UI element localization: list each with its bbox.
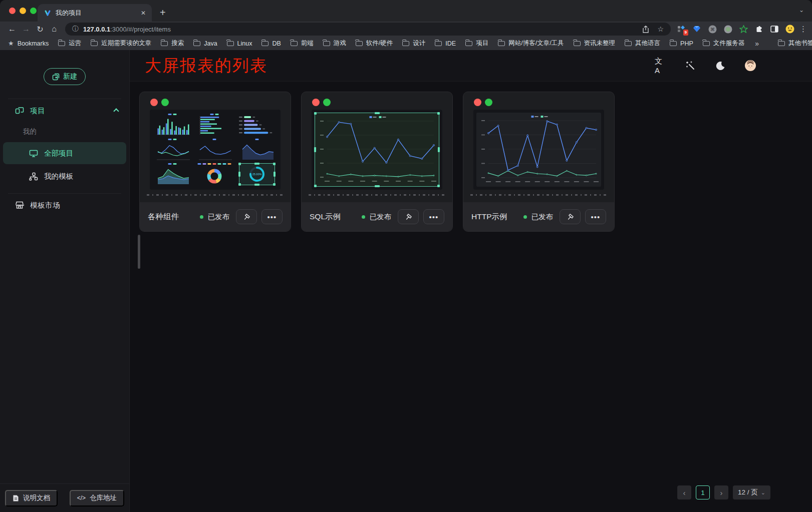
chart-panel — [476, 113, 601, 187]
side-panel-icon[interactable] — [770, 25, 779, 34]
bookmark-folder[interactable]: DB — [261, 39, 281, 48]
bookmark-star-icon[interactable]: ☆ — [657, 25, 664, 33]
sidebar-item-my-templates[interactable]: 我的模板 — [3, 165, 126, 187]
more-icon: ••• — [429, 213, 439, 221]
tab-close-icon[interactable]: ✕ — [141, 10, 146, 17]
dark-mode-moon-icon[interactable] — [715, 60, 726, 71]
minimize-window-button[interactable] — [20, 8, 26, 14]
scrollbar-thumb[interactable] — [138, 235, 140, 269]
bookmark-folder[interactable]: 设计 — [402, 39, 425, 48]
docs-button[interactable]: 说明文档 — [5, 490, 58, 506]
project-title: HTTP示例 — [471, 212, 519, 222]
extensions-puzzle-icon[interactable] — [754, 25, 763, 34]
template-icon — [29, 172, 38, 181]
user-avatar[interactable] — [745, 60, 756, 71]
bookmark-folder[interactable]: IDE — [435, 39, 456, 48]
status-label: 已发布 — [208, 212, 230, 222]
bookmark-folder[interactable]: Linux — [227, 39, 252, 48]
folder-icon — [465, 41, 472, 46]
extension-record-icon[interactable] — [723, 25, 732, 34]
folder-icon — [161, 41, 168, 46]
edit-button[interactable] — [560, 209, 581, 224]
home-icon[interactable]: ⌂ — [47, 25, 61, 34]
extension-grid-icon[interactable]: 9 — [677, 25, 686, 34]
bookmark-folder[interactable]: 项目 — [465, 39, 488, 48]
extension-star-icon[interactable] — [739, 25, 748, 34]
sidebar-item-all-projects[interactable]: 全部项目 — [3, 142, 126, 164]
more-button[interactable]: ••• — [261, 209, 283, 224]
bookmarks-overflow-icon[interactable]: » — [755, 40, 759, 48]
edit-button[interactable] — [236, 209, 257, 224]
profile-avatar-icon[interactable] — [785, 25, 794, 34]
bookmark-folder[interactable]: 网站/博客/文章/工具 — [498, 39, 564, 48]
hammer-icon — [242, 213, 251, 221]
card-footer: SQL示例 已发布 ••• — [302, 202, 452, 231]
close-window-button[interactable] — [9, 8, 16, 14]
document-icon — [13, 494, 19, 502]
bookmark-folder[interactable]: 文件服务器 — [703, 39, 745, 48]
other-bookmarks-label: 其他书签 — [788, 39, 812, 48]
other-bookmarks[interactable]: 其他书签 — [778, 39, 812, 48]
folder-icon — [91, 41, 98, 46]
project-list: 25.00% 各种组件 已发布 ••• — [130, 82, 812, 512]
browser-toolbar: ← → ↻ ⌂ ⓘ 127.0.0.1:3000/#/project/items… — [0, 22, 812, 37]
project-card[interactable]: HTTP示例 已发布 ••• — [463, 92, 615, 232]
bookmark-folder[interactable]: 运营 — [58, 39, 81, 48]
next-page-button[interactable]: › — [714, 485, 728, 499]
project-thumbnail[interactable] — [312, 110, 442, 190]
bookmark-folder[interactable]: PHP — [670, 39, 693, 48]
bookmark-folder[interactable]: 近期需要读的文章 — [91, 39, 151, 48]
browser-menu-icon[interactable]: ⋮ — [799, 25, 807, 34]
mini-chart-donut — [195, 162, 234, 186]
new-tab-button[interactable]: + — [160, 8, 166, 18]
language-icon[interactable]: 文A — [655, 60, 666, 71]
bookmark-folder[interactable]: 其他语言 — [625, 39, 660, 48]
window-controls — [9, 8, 37, 14]
dash-strip — [147, 194, 284, 196]
back-icon[interactable]: ← — [5, 25, 19, 34]
bookmark-folder[interactable]: 游戏 — [323, 39, 346, 48]
share-icon[interactable] — [642, 26, 649, 33]
dash-strip — [470, 194, 607, 196]
bookmark-folder[interactable]: Java — [193, 39, 217, 48]
sidebar: 新建 项目 我的 全部项目 我的模板 — [0, 50, 130, 512]
green-dot — [485, 99, 492, 106]
bookmark-folder[interactable]: 搜索 — [161, 39, 184, 48]
bookmarks-manager[interactable]: ★ Bookmarks — [8, 40, 49, 47]
tab-search-icon[interactable]: ⌄ — [799, 7, 804, 14]
project-thumbnail[interactable] — [473, 110, 604, 190]
browser-tab[interactable]: 我的项目 ✕ — [38, 4, 152, 22]
zoom-window-button[interactable] — [30, 8, 37, 14]
address-bar[interactable]: ⓘ 127.0.0.1:3000/#/project/items ☆ — [65, 23, 671, 36]
project-card[interactable]: SQL示例 已发布 ••• — [301, 92, 453, 232]
prev-page-button[interactable]: ‹ — [677, 485, 691, 499]
new-project-button[interactable]: 新建 — [44, 68, 86, 85]
chevron-up-icon[interactable] — [113, 108, 119, 114]
project-card[interactable]: 25.00% 各种组件 已发布 ••• — [139, 92, 291, 232]
bookmark-folder[interactable]: 前端 — [291, 39, 314, 48]
folder-icon — [227, 41, 234, 46]
extension-command-icon[interactable]: ⌘ — [708, 25, 717, 34]
bookmark-folder[interactable]: 资讯未整理 — [574, 39, 616, 48]
reload-icon[interactable]: ↻ — [33, 25, 47, 34]
url-path: :3000/#/project/items — [110, 26, 171, 33]
more-button[interactable]: ••• — [585, 209, 606, 224]
more-button[interactable]: ••• — [423, 209, 444, 224]
extension-gem-icon[interactable] — [692, 25, 701, 34]
current-page-button[interactable]: 1 — [696, 485, 710, 499]
sidebar-item-template-market[interactable]: 模板市场 — [0, 194, 129, 217]
repo-button[interactable]: </> 仓库地址 — [70, 490, 124, 506]
edit-button[interactable] — [398, 209, 419, 224]
folder-icon — [402, 41, 409, 46]
page-size-select[interactable]: 12 / 页 ⌄ — [733, 485, 770, 499]
magic-wand-icon[interactable] — [685, 60, 696, 71]
page-size-label: 12 / 页 — [738, 488, 758, 497]
project-thumbnail[interactable]: 25.00% — [150, 110, 281, 190]
mini-chart-pills — [237, 113, 277, 136]
sidebar-section-project[interactable]: 项目 — [0, 99, 129, 122]
site-info-icon[interactable]: ⓘ — [72, 25, 79, 34]
mini-chart-area1 — [237, 138, 277, 161]
forward-icon[interactable]: → — [19, 25, 33, 34]
bookmark-folder[interactable]: 软件/硬件 — [356, 39, 393, 48]
page-header: 大屏报表的列表 文A — [130, 50, 812, 82]
